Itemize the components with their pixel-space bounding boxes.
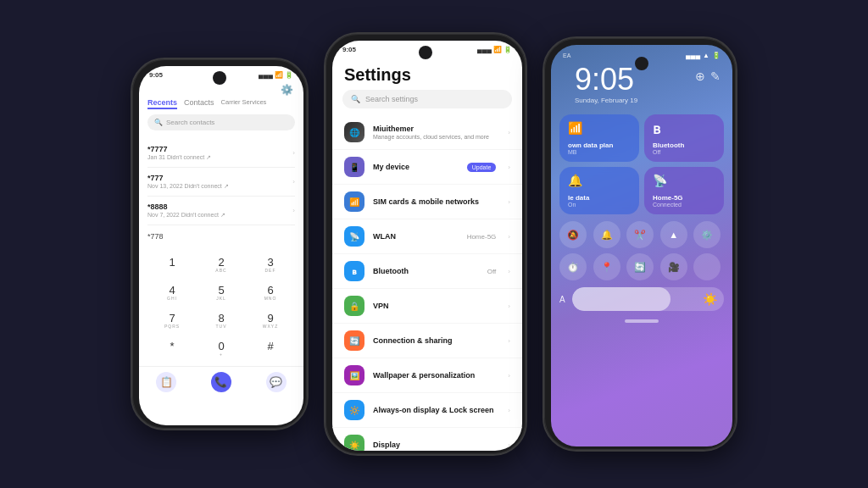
settings-item-lockscreen[interactable]: 🔆 Always-on display & Lock screen › — [332, 393, 522, 428]
contact-item-2[interactable]: *777 Nov 13, 2022 Didn't connect ↗ › — [147, 168, 295, 197]
cc-brightness-bar[interactable]: ☀️ — [572, 287, 724, 311]
nav-call-icon[interactable]: 📞 — [211, 372, 231, 392]
wallpaper-label: Wallpaper & personalization — [373, 371, 499, 380]
cc-icon-record[interactable]: 🎥 — [660, 253, 687, 280]
cc-mobile-name: le data — [568, 194, 631, 202]
cc-tile-wifi[interactable]: 📡 Home-5G Connected — [644, 167, 724, 214]
dial-key-3[interactable]: 3 DEF — [248, 252, 293, 277]
contact-sub-3: Nov 7, 2022 Didn't connect ↗ — [147, 212, 225, 219]
settings-item-vpn[interactable]: 🔒 VPN › — [332, 289, 522, 324]
tab-carrier[interactable]: Carrier Services — [221, 98, 267, 109]
cc-mobile-icon: 🔔 — [568, 174, 582, 187]
aod-icon: ▲ — [669, 230, 678, 240]
contacts-header: ⚙️ Recents Contacts Carrier Services 🔍 S… — [139, 80, 303, 139]
search-icon: 🔍 — [154, 119, 163, 126]
settings-item-device[interactable]: 📱 My device Update › — [332, 150, 522, 185]
brightness-icon: ☀️ — [703, 292, 717, 306]
timer-icon: ⏱️ — [567, 262, 579, 273]
cc-mobile-sub: On — [568, 202, 631, 208]
bt-value: Off — [487, 268, 497, 275]
contact-name-1: *7777 — [147, 145, 211, 153]
cc-brightness-row: A ☀️ — [551, 282, 732, 316]
dial-key-star[interactable]: * — [149, 336, 195, 361]
location-icon: 📍 — [601, 262, 613, 273]
contacts-screen: 9:05 ▄▄▄ 📶 🔋 ⚙️ Recents Contacts Carrier… — [139, 66, 303, 425]
dial-key-1[interactable]: 1 — [149, 252, 195, 277]
arrow-icon-3: › — [292, 207, 295, 214]
dial-num-7: 7 — [169, 313, 175, 324]
phone-control-center: EA ▄▄▄ ▲ 🔋 9:05 Sunday, February 19 ⊕ ✎ … — [542, 36, 737, 452]
cc-time-date: 9:05 Sunday, February 19 — [563, 63, 649, 111]
cc-bt-sub: Off — [653, 149, 715, 155]
cc-tile-mobile[interactable]: 🔔 le data On — [559, 167, 639, 214]
display-icon: ☀️ — [344, 435, 364, 451]
settings-item-sim[interactable]: 📶 SIM cards & mobile networks › — [332, 185, 522, 219]
dial-key-6[interactable]: 6 MNO — [248, 280, 293, 305]
cc-wifi-name: Home-5G — [653, 194, 715, 202]
settings-item-display[interactable]: ☀️ Display › — [332, 428, 522, 451]
cc-home-indicator[interactable] — [625, 319, 659, 323]
cc-settings-icon[interactable]: ⊕ — [695, 69, 705, 83]
battery-icon: 🔋 — [285, 71, 293, 79]
dial-key-2[interactable]: 2 ABC — [198, 252, 244, 277]
dial-letters-3: DEF — [265, 268, 276, 273]
contact-item-1[interactable]: *7777 Jan 31 Didn't connect ↗ › — [147, 139, 295, 168]
dial-key-4[interactable]: 4 GHI — [149, 280, 195, 305]
device-text: My device — [373, 163, 459, 171]
cc-tile-bluetooth[interactable]: ʙ Bluetooth Off — [644, 114, 724, 162]
cc-icon-silent[interactable]: 🔕 — [559, 221, 587, 248]
settings-item-miui[interactable]: 🌐 Miuithemer Manage accounts, cloud serv… — [332, 115, 522, 150]
settings-item-wlan[interactable]: 📡 WLAN Home-5G › — [332, 219, 522, 254]
display-label: Display — [373, 441, 499, 449]
bt-arrow: › — [508, 268, 510, 275]
settings-item-bluetooth[interactable]: ʙ Bluetooth Off › — [332, 254, 522, 289]
arrow-icon-2: › — [292, 178, 295, 186]
tab-recents[interactable]: Recents — [147, 98, 177, 109]
camera-notch — [213, 71, 226, 85]
cc-tile-bt-header: ʙ — [653, 121, 715, 137]
nav-more-icon[interactable]: 💬 — [266, 372, 287, 392]
cc-tile-data[interactable]: 📶 own data plan MB — [559, 114, 639, 162]
tab-contacts[interactable]: Contacts — [184, 98, 214, 109]
cc-status-icons: ▄▄▄ ▲ 🔋 — [686, 52, 721, 59]
dial-key-5[interactable]: 5 JKL — [198, 280, 244, 305]
cc-icon-crop[interactable]: ✂️ — [626, 221, 654, 248]
cc-icon-location[interactable]: 📍 — [593, 253, 620, 280]
dial-key-0[interactable]: 0 + — [198, 336, 244, 361]
dial-key-9[interactable]: 9 WXYZ — [248, 308, 293, 333]
status-icons-2: ▄▄▄ 📶 🔋 — [477, 46, 512, 53]
wlan-icon: 📡 — [344, 226, 364, 247]
cc-icon-settings[interactable]: ⚙️ — [693, 221, 721, 248]
contact-plain[interactable]: *778 — [139, 225, 303, 247]
dial-key-8[interactable]: 8 TUV — [198, 308, 244, 333]
wallpaper-icon: 🖼️ — [344, 365, 364, 385]
dial-key-7[interactable]: 7 PQRS — [149, 308, 195, 333]
cc-tile-wifi-label: Home-5G Connected — [653, 194, 715, 208]
dial-key-hash[interactable]: # — [248, 336, 293, 361]
cc-icon-timer[interactable]: ⏱️ — [559, 253, 587, 280]
cc-carrier: EA — [563, 53, 570, 58]
lockscreen-label: Always-on display & Lock screen — [373, 406, 499, 414]
phone-contacts: 9:05 ▄▄▄ 📶 🔋 ⚙️ Recents Contacts Carrier… — [131, 58, 309, 430]
settings-item-sharing[interactable]: 🔄 Connection & sharing › — [332, 324, 522, 358]
settings-gear-icon[interactable]: ⚙️ — [281, 84, 293, 96]
wlan-text: WLAN — [373, 232, 459, 241]
settings-search-placeholder: Search settings — [365, 95, 418, 103]
device-arrow: › — [508, 164, 510, 171]
share-icon: 🔄 — [344, 330, 364, 351]
cc-icon-aod[interactable]: ▲ — [660, 221, 687, 248]
settings-item-wallpaper[interactable]: 🖼️ Wallpaper & personalization › — [332, 358, 522, 393]
cc-icon-alarm[interactable]: 🔔 — [593, 221, 620, 248]
cc-edit-icon[interactable]: ✎ — [710, 69, 721, 83]
cc-wifi-sub: Connected — [653, 202, 715, 208]
contact-sub-1: Jan 31 Didn't connect ↗ — [147, 154, 211, 161]
cc-icon-rotate[interactable]: 🔄 — [626, 253, 654, 280]
device-icon: 📱 — [344, 157, 364, 177]
cc-tile-data-label: own data plan MB — [568, 141, 631, 155]
nav-contacts-icon[interactable]: 📋 — [156, 372, 176, 392]
bottom-nav: 📋 📞 💬 — [139, 366, 303, 396]
settings-search-bar[interactable]: 🔍 Search settings — [342, 90, 512, 108]
dial-num-1: 1 — [169, 257, 175, 268]
contact-item-3[interactable]: *8888 Nov 7, 2022 Didn't connect ↗ › — [147, 197, 295, 225]
contacts-search-bar[interactable]: 🔍 Search contacts — [147, 114, 295, 130]
